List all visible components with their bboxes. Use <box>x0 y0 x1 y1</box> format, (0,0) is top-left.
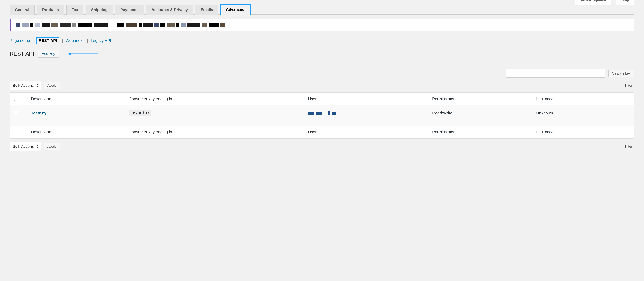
redacted-text <box>16 23 225 27</box>
sort-icon <box>36 145 38 148</box>
svg-marker-4 <box>36 145 38 146</box>
col-user-footer[interactable]: User <box>304 126 428 139</box>
tab-tax[interactable]: Tax <box>66 5 84 15</box>
page-title: REST API <box>10 51 34 57</box>
svg-marker-3 <box>36 86 38 87</box>
item-count-bottom: 1 item <box>624 144 634 149</box>
row-checkbox[interactable] <box>14 111 18 115</box>
svg-marker-5 <box>36 147 38 148</box>
redacted-user <box>308 111 424 115</box>
apply-bulk-button-bottom[interactable]: Apply <box>44 143 60 150</box>
apply-bulk-button[interactable]: Apply <box>44 82 60 89</box>
bulk-actions-select[interactable]: Bulk Actions <box>10 81 41 90</box>
separator: | <box>33 38 34 43</box>
bulk-actions-label: Bulk Actions <box>13 83 34 88</box>
subnav-page-setup[interactable]: Page setup <box>10 38 30 43</box>
add-key-button[interactable]: Add key <box>38 50 59 57</box>
tab-emails[interactable]: Emails <box>195 5 218 15</box>
col-permissions[interactable]: Permissions <box>428 93 532 105</box>
settings-tabs: General Products Tax Shipping Payments A… <box>10 4 634 15</box>
item-count: 1 item <box>624 83 634 88</box>
api-keys-table: Description Consumer key ending in User … <box>10 92 634 139</box>
tab-shipping[interactable]: Shipping <box>86 5 113 15</box>
table-row: TestKey …a798f93 Read/Write Unknown <box>10 105 634 126</box>
screen-options-button[interactable]: Screen Options <box>575 0 611 5</box>
tab-advanced[interactable]: Advanced <box>221 4 250 15</box>
tab-general[interactable]: General <box>10 5 34 15</box>
select-all-checkbox[interactable] <box>14 97 18 101</box>
svg-marker-2 <box>36 84 38 85</box>
permissions-value: Read/Write <box>428 105 532 126</box>
table-header-row: Description Consumer key ending in User … <box>10 93 634 105</box>
tab-accounts-privacy[interactable]: Accounts & Privacy <box>146 5 193 15</box>
col-last-access-footer[interactable]: Last access <box>532 126 634 139</box>
col-description-footer[interactable]: Description <box>27 126 125 139</box>
search-key-button[interactable]: Search key <box>608 70 634 77</box>
svg-marker-1 <box>68 52 71 55</box>
user-cell[interactable] <box>304 105 428 126</box>
annotation-arrow <box>68 52 98 56</box>
sort-icon <box>36 84 38 87</box>
table-footer-row: Description Consumer key ending in User … <box>10 126 634 139</box>
tab-products[interactable]: Products <box>37 5 64 15</box>
col-last-access[interactable]: Last access <box>532 93 634 105</box>
subnav-legacy-api[interactable]: Legacy API <box>91 38 111 43</box>
search-input[interactable] <box>506 69 605 78</box>
separator: | <box>87 38 88 43</box>
consumer-key-value: …a798f93 <box>129 110 151 116</box>
separator: | <box>62 38 63 43</box>
bulk-actions-select-bottom[interactable]: Bulk Actions <box>10 142 41 151</box>
col-user[interactable]: User <box>304 93 428 105</box>
subnav-webhooks[interactable]: Webhooks <box>66 38 84 43</box>
subnav-rest-api[interactable]: REST API <box>36 37 59 44</box>
help-button[interactable]: Help <box>616 0 634 5</box>
col-description[interactable]: Description <box>27 93 125 105</box>
col-consumer-key[interactable]: Consumer key ending in <box>125 93 304 105</box>
select-all-checkbox-footer[interactable] <box>14 130 18 134</box>
last-access-value: Unknown <box>532 105 634 126</box>
key-description-link[interactable]: TestKey <box>31 111 46 115</box>
col-consumer-key-footer[interactable]: Consumer key ending in <box>125 126 304 139</box>
bulk-actions-label-bottom: Bulk Actions <box>13 144 34 149</box>
advanced-subnav: Page setup | REST API | Webhooks | Legac… <box>10 37 634 44</box>
col-permissions-footer[interactable]: Permissions <box>428 126 532 139</box>
tab-payments[interactable]: Payments <box>115 5 144 15</box>
notice-banner <box>10 19 634 31</box>
